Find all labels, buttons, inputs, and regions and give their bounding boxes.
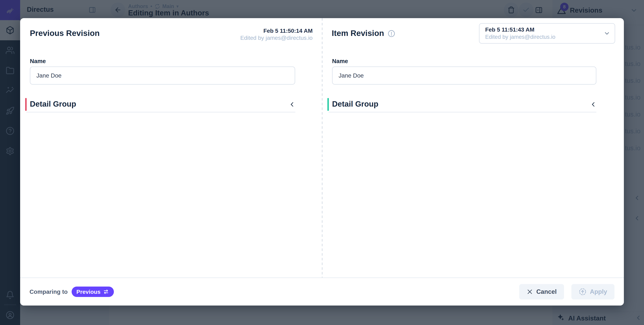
group-divider-left [26,112,295,113]
detail-group-title-left: Detail Group [30,99,76,108]
compare-target-label: Previous [76,288,100,295]
collapse-chevron-icon[interactable] [288,101,296,108]
revision-compare-modal: Previous Revision Feb 5 11:50:14 AM Edit… [20,18,624,305]
chevron-down-icon [604,30,610,37]
previous-revision-heading: Previous Revision [30,28,100,41]
detail-group-header-left[interactable]: Detail Group [25,98,295,111]
name-field-current[interactable] [332,67,596,85]
comparing-to-label: Comparing to [30,288,68,295]
previous-revision-edited-by: Edited by james@directus.io [240,34,312,41]
cancel-label: Cancel [536,288,556,295]
compare-target-button[interactable]: Previous [72,286,114,297]
selected-revision-edited-by: Edited by james@directus.io [485,34,556,40]
info-icon[interactable] [388,30,395,37]
revision-select-dropdown[interactable]: Feb 5 11:51:43 AM Edited by james@direct… [479,23,615,44]
cancel-button[interactable]: Cancel [519,284,564,299]
item-revision-header: Item Revision [332,28,395,38]
apply-upload-icon [579,288,586,296]
modal-footer: Comparing to Previous Cancel [20,277,624,305]
pane-divider [322,18,322,277]
close-icon [526,288,533,295]
screen: Directus Authors • Main ▾ Editing Item i… [0,0,644,325]
previous-revision-timestamp: Feb 5 11:50:14 AM [240,27,312,34]
collapse-chevron-icon[interactable] [590,101,597,108]
item-revision-heading: Item Revision [332,28,384,38]
name-label-right: Name [332,58,348,65]
selected-revision-timestamp: Feb 5 11:51:43 AM [485,26,534,33]
group-accent-bar-left [25,98,27,111]
apply-label: Apply [590,288,607,295]
group-divider-right [328,112,596,113]
detail-group-header-right[interactable]: Detail Group [327,98,598,111]
group-accent-bar-right [327,98,329,111]
swap-icon [103,288,109,295]
previous-revision-header: Previous Revision Feb 5 11:50:14 AM Edit… [30,28,312,41]
name-label-left: Name [30,58,46,65]
detail-group-title-right: Detail Group [332,99,378,108]
apply-button[interactable]: Apply [572,284,614,299]
name-field-previous[interactable] [30,67,295,85]
